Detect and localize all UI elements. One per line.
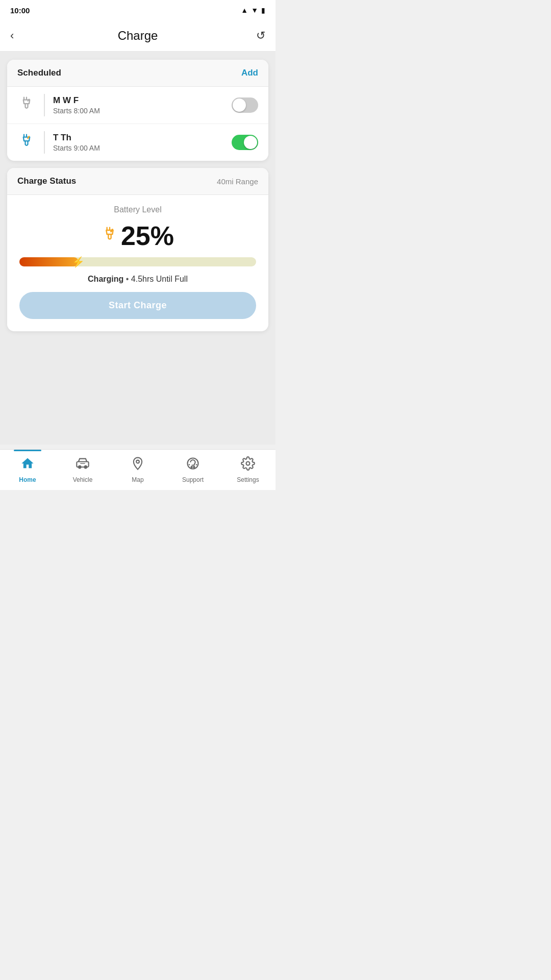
settings-icon bbox=[241, 456, 255, 474]
signal-icon: ▲ bbox=[241, 6, 248, 14]
status-dot: • bbox=[126, 275, 131, 283]
battery-percent-row: 25% bbox=[102, 223, 174, 249]
nav-label-map: Map bbox=[132, 476, 143, 483]
nav-item-settings[interactable]: Settings bbox=[220, 450, 276, 490]
svg-point-6 bbox=[136, 460, 139, 463]
vehicle-icon bbox=[76, 456, 90, 474]
plug-icon-active bbox=[17, 133, 36, 152]
progress-lightning-icon: ⚡ bbox=[72, 256, 85, 268]
support-icon bbox=[186, 456, 200, 474]
nav-item-support[interactable]: Support bbox=[165, 450, 220, 490]
start-charge-button[interactable]: Start Charge bbox=[19, 292, 256, 319]
svg-point-10 bbox=[246, 462, 250, 465]
scheduled-title: Scheduled bbox=[17, 68, 61, 78]
schedule-toggle-1[interactable] bbox=[232, 97, 258, 113]
charge-status-header: Charge Status 40mi Range bbox=[7, 168, 268, 195]
schedule-item-2: T Th Starts 9:00 AM bbox=[7, 124, 268, 161]
map-icon bbox=[131, 456, 145, 474]
home-icon bbox=[20, 456, 35, 474]
schedule-days-1: M W F bbox=[53, 95, 223, 106]
svg-point-9 bbox=[193, 467, 194, 468]
schedule-info-2: T Th Starts 9:00 AM bbox=[53, 133, 223, 152]
nav-item-home[interactable]: Home bbox=[0, 450, 55, 490]
scheduled-card: Scheduled Add M W F Starts 8:00 AM bbox=[7, 60, 268, 161]
schedule-toggle-2[interactable] bbox=[232, 135, 258, 150]
bottom-nav: Home Vehicle Map bbox=[0, 449, 276, 490]
schedule-divider-1 bbox=[44, 94, 45, 116]
svg-point-4 bbox=[79, 466, 81, 469]
schedule-item-1: M W F Starts 8:00 AM bbox=[7, 87, 268, 124]
svg-line-2 bbox=[111, 229, 113, 231]
scheduled-header: Scheduled Add bbox=[7, 60, 268, 87]
status-time: 10:00 bbox=[10, 6, 30, 15]
charge-status-card: Charge Status 40mi Range Battery Level 2… bbox=[7, 168, 268, 331]
charge-status-title: Charge Status bbox=[17, 176, 76, 186]
svg-point-5 bbox=[85, 466, 87, 469]
nav-label-support: Support bbox=[182, 476, 204, 483]
page-title: Charge bbox=[118, 29, 158, 43]
nav-label-vehicle: Vehicle bbox=[73, 476, 93, 483]
schedule-time-2: Starts 9:00 AM bbox=[53, 144, 223, 152]
schedule-days-2: T Th bbox=[53, 133, 223, 143]
nav-item-vehicle[interactable]: Vehicle bbox=[55, 450, 110, 490]
wifi-icon: ▼ bbox=[251, 6, 258, 14]
nav-label-settings: Settings bbox=[237, 476, 259, 483]
add-schedule-button[interactable]: Add bbox=[241, 68, 258, 78]
plug-icon-inactive bbox=[17, 96, 36, 115]
header: ‹ Charge ↺ bbox=[0, 20, 276, 52]
battery-label: Battery Level bbox=[114, 205, 161, 214]
schedule-divider-2 bbox=[44, 131, 45, 154]
charging-status-text: Charging • 4.5hrs Until Full bbox=[88, 275, 188, 284]
battery-plug-icon bbox=[102, 226, 118, 246]
time-until-full: 4.5hrs Until Full bbox=[131, 275, 188, 283]
charge-progress-fill: ⚡ bbox=[19, 257, 79, 266]
svg-point-8 bbox=[191, 467, 192, 468]
back-button[interactable]: ‹ bbox=[10, 29, 29, 42]
nav-label-home: Home bbox=[19, 476, 36, 483]
battery-icon: ▮ bbox=[261, 6, 265, 14]
schedule-info-1: M W F Starts 8:00 AM bbox=[53, 95, 223, 115]
charge-body: Battery Level 25% ⚡ Charging bbox=[7, 195, 268, 331]
nav-item-map[interactable]: Map bbox=[110, 450, 165, 490]
charge-range: 40mi Range bbox=[217, 177, 258, 186]
main-content: Scheduled Add M W F Starts 8:00 AM bbox=[0, 52, 276, 445]
charging-label: Charging bbox=[88, 275, 123, 283]
status-bar: 10:00 ▲ ▼ ▮ bbox=[0, 0, 276, 20]
status-icons: ▲ ▼ ▮ bbox=[241, 6, 265, 14]
refresh-button[interactable]: ↺ bbox=[247, 29, 265, 42]
charge-progress-bar: ⚡ bbox=[19, 257, 256, 266]
battery-percent-value: 25% bbox=[121, 223, 174, 249]
schedule-time-1: Starts 8:00 AM bbox=[53, 107, 223, 115]
